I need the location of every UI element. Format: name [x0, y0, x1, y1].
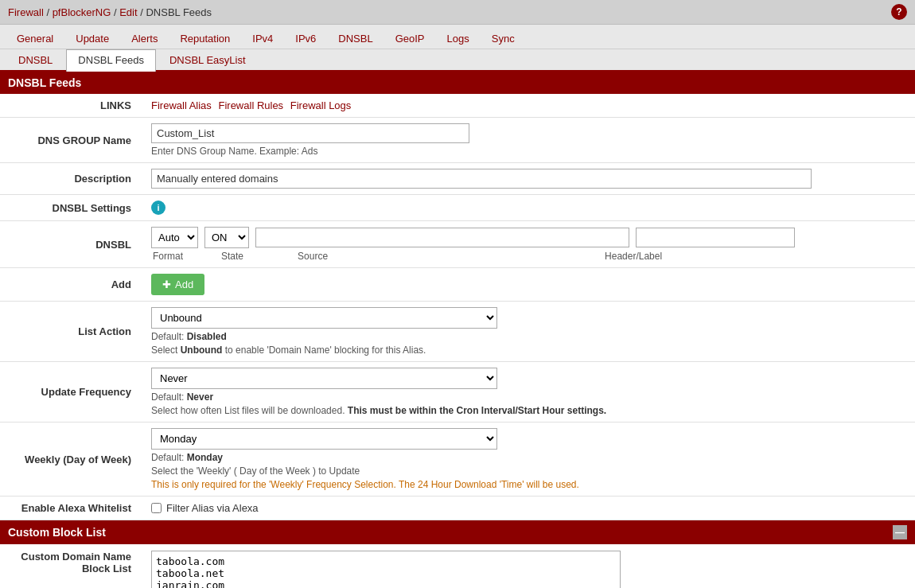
info-icon[interactable]: i [151, 201, 165, 215]
weekly-day-hint1: Default: Monday [151, 452, 907, 463]
dnsbl-source-input[interactable] [255, 228, 629, 247]
add-row: Add ✚ Add [0, 268, 915, 302]
main-nav: General Update Alerts Reputation IPv4 IP… [0, 25, 915, 49]
breadcrumb-firewall[interactable]: Firewall [8, 6, 44, 18]
custom-block-cell: taboola.com taboola.net janrain.com trc.… [143, 544, 915, 588]
tab-geoip[interactable]: GeoIP [385, 28, 435, 49]
weekly-day-label: Weekly (Day of Week) [0, 423, 143, 496]
weekly-day-select[interactable]: Monday Tuesday Wednesday Thursday Friday… [151, 428, 497, 450]
description-label: Description [0, 163, 143, 195]
link-firewall-logs[interactable]: Firewall Logs [290, 99, 352, 111]
link-firewall-rules[interactable]: Firewall Rules [218, 99, 283, 111]
alexa-whitelist-checkbox[interactable] [151, 503, 162, 513]
custom-block-label: Custom Domain NameBlock List [0, 544, 143, 588]
format-label: Format [153, 251, 183, 262]
link-firewall-alias[interactable]: Firewall Alias [151, 99, 212, 111]
update-freq-text: Select how often List files will be down… [151, 405, 345, 416]
list-action-label: List Action [0, 302, 143, 362]
custom-block-table: Custom Domain NameBlock List taboola.com… [0, 544, 915, 588]
list-action-bold: Unbound [181, 345, 223, 356]
custom-block-row: Custom Domain NameBlock List taboola.com… [0, 544, 915, 588]
links-label: LINKS [0, 94, 143, 118]
plus-icon: ✚ [162, 278, 171, 290]
weekly-day-cell: Monday Tuesday Wednesday Thursday Friday… [143, 423, 915, 496]
update-freq-row: Update Frequency Never 1 Hour 2 Hours 4 … [0, 362, 915, 423]
alexa-whitelist-checkbox-label: Filter Alias via Alexa [166, 502, 259, 514]
alexa-whitelist-cell: Filter Alias via Alexa [143, 496, 915, 520]
sub-tab-dnsbl-easylist[interactable]: DNSBL EasyList [158, 49, 258, 70]
update-freq-select[interactable]: Never 1 Hour 2 Hours 4 Hours 8 Hours 12 … [151, 368, 497, 389]
list-action-default: Disabled [187, 331, 227, 342]
links-cell: Firewall Alias Firewall Rules Firewall L… [143, 94, 915, 118]
breadcrumb-pfblockerng[interactable]: pfBlockerNG [53, 6, 111, 18]
custom-block-title: Custom Block List [8, 526, 106, 539]
collapse-icon[interactable]: — [893, 525, 907, 539]
weekly-day-hint3: This is only required for the 'Weekly' F… [151, 479, 907, 490]
dns-group-cell: Enter DNS Group Name. Example: Ads [143, 118, 915, 163]
sub-nav-tabs: DNSBL DNSBL Feeds DNSBL EasyList [6, 49, 909, 70]
update-freq-label: Update Frequency [0, 362, 143, 423]
dnsbl-format-select[interactable]: Auto Unix Win DOS [151, 227, 198, 248]
list-action-hint2: Select Unbound to enable 'Domain Name' b… [151, 345, 907, 356]
content-area: DNSBL Feeds LINKS Firewall Alias Firewal… [0, 72, 915, 588]
add-button[interactable]: ✚ Add [151, 274, 204, 295]
state-label: State [221, 251, 243, 262]
update-freq-default: Never [187, 391, 213, 403]
tab-dnsbl[interactable]: DNSBL [328, 28, 383, 49]
breadcrumb-bar: Firewall / pfBlockerNG / Edit / DNSBL Fe… [0, 0, 915, 25]
dnsbl-cell: Auto Unix Win DOS ON OFF Format State [143, 221, 915, 268]
description-row: Description [0, 163, 915, 195]
tab-ipv4[interactable]: IPv4 [242, 28, 283, 49]
dns-group-input[interactable] [151, 123, 469, 143]
description-input[interactable] [151, 169, 812, 189]
list-action-select[interactable]: Unbound Disabled Comment Deny [151, 307, 497, 329]
dnsbl-state-select[interactable]: ON OFF [204, 227, 249, 248]
form-table: LINKS Firewall Alias Firewall Rules Fire… [0, 94, 915, 520]
list-action-rest: to enable 'Domain Name' blocking for thi… [225, 345, 426, 356]
sub-tab-dnsbl-feeds[interactable]: DNSBL Feeds [66, 49, 156, 72]
custom-block-header: Custom Block List — [0, 520, 915, 544]
list-action-hint: Default: Disabled [151, 331, 907, 342]
sub-tab-dnsbl[interactable]: DNSBL [6, 49, 64, 70]
alexa-whitelist-row: Enable Alexa Whitelist Filter Alias via … [0, 496, 915, 520]
tab-update[interactable]: Update [65, 28, 119, 49]
update-freq-cell: Never 1 Hour 2 Hours 4 Hours 8 Hours 12 … [143, 362, 915, 423]
tab-sync[interactable]: Sync [481, 28, 525, 49]
dns-group-row: DNS GROUP Name Enter DNS Group Name. Exa… [0, 118, 915, 163]
dns-group-hint: Enter DNS Group Name. Example: Ads [151, 146, 907, 157]
weekly-day-hint2: Select the 'Weekly' ( Day of the Week ) … [151, 465, 907, 477]
breadcrumb-current: DNSBL Feeds [146, 6, 212, 18]
sub-nav: DNSBL DNSBL Feeds DNSBL EasyList [0, 49, 915, 72]
source-label: Source [298, 251, 328, 262]
tab-general[interactable]: General [6, 28, 64, 49]
header-label: Header/Label [605, 251, 662, 262]
update-freq-hint2: Select how often List files will be down… [151, 405, 907, 416]
custom-domain-textarea[interactable]: taboola.com taboola.net janrain.com trc.… [151, 551, 621, 588]
breadcrumb-edit[interactable]: Edit [119, 6, 137, 18]
main-nav-tabs: General Update Alerts Reputation IPv4 IP… [6, 28, 909, 49]
dnsbl-controls: Auto Unix Win DOS ON OFF [151, 227, 907, 248]
description-cell [143, 163, 915, 195]
dnsbl-header-input[interactable] [636, 228, 795, 247]
dnsbl-settings-label: DNSBL Settings [0, 195, 143, 221]
dnsbl-label: DNSBL [0, 221, 143, 268]
update-freq-bold: This must be within the Cron Interval/St… [348, 405, 606, 416]
help-icon[interactable]: ? [891, 4, 907, 20]
weekly-day-default: Monday [187, 452, 223, 463]
add-cell: ✚ Add [143, 268, 915, 302]
dnsbl-settings-cell: i [143, 195, 915, 221]
add-button-label: Add [175, 278, 193, 290]
tab-ipv6[interactable]: IPv6 [285, 28, 326, 49]
section-header: DNSBL Feeds [0, 72, 915, 94]
breadcrumb: Firewall / pfBlockerNG / Edit / DNSBL Fe… [8, 6, 212, 18]
alexa-whitelist-label: Enable Alexa Whitelist [0, 496, 143, 520]
dnsbl-settings-row: DNSBL Settings i [0, 195, 915, 221]
weekly-day-row: Weekly (Day of Week) Monday Tuesday Wedn… [0, 423, 915, 496]
list-action-cell: Unbound Disabled Comment Deny Default: D… [143, 302, 915, 362]
list-action-row: List Action Unbound Disabled Comment Den… [0, 302, 915, 362]
tab-alerts[interactable]: Alerts [121, 28, 168, 49]
dns-group-label: DNS GROUP Name [0, 118, 143, 163]
tab-logs[interactable]: Logs [437, 28, 480, 49]
tab-reputation[interactable]: Reputation [169, 28, 240, 49]
update-freq-hint1: Default: Never [151, 391, 907, 403]
